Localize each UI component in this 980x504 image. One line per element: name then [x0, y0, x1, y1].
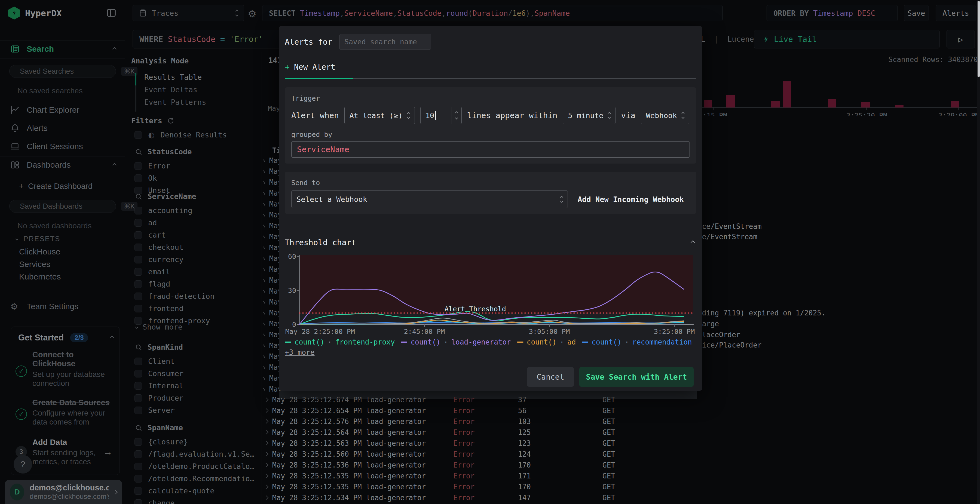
legend-item[interactable]: count()·recommendation [582, 338, 692, 346]
select-chevrons-icon [407, 112, 410, 118]
text-caret [435, 111, 436, 120]
threshold-chart-title: Threshold chart [285, 238, 356, 247]
legend-item[interactable]: count()·load-generator [401, 338, 511, 346]
grouped-by-input[interactable]: ServiceName [291, 141, 690, 157]
svg-text:2:45:00 PM: 2:45:00 PM [404, 328, 445, 335]
svg-text:May 28 2:25:00 PM: May 28 2:25:00 PM [285, 328, 355, 335]
legend-more-link[interactable]: +3 more [285, 348, 315, 356]
new-alert-tab[interactable]: + New Alert [285, 62, 336, 78]
lines-label: lines appear within [467, 111, 557, 120]
scrollbar-thumb[interactable] [978, 1, 980, 77]
trigger-section: Trigger Alert when At least (≥) 10 lines… [285, 87, 696, 164]
select-chevrons-icon [682, 112, 684, 118]
select-chevrons-icon [560, 196, 563, 202]
saved-search-name-input[interactable] [339, 34, 431, 50]
send-to-label: Send to [291, 179, 690, 187]
svg-text:30: 30 [288, 286, 296, 294]
legend-item[interactable]: count()·ad [517, 338, 576, 346]
alert-dialog: Alerts for + New Alert Trigger Alert whe… [279, 26, 702, 391]
time-window-select[interactable]: 5 minute [563, 107, 616, 124]
svg-text:0: 0 [292, 321, 296, 329]
webhook-select[interactable]: Select a Webhook [291, 191, 568, 208]
tab-underline [285, 78, 696, 79]
condition-select[interactable]: At least (≥) [344, 107, 415, 124]
svg-text:3:05:00 PM: 3:05:00 PM [529, 328, 570, 335]
svg-text:Alert Threshold: Alert Threshold [445, 305, 506, 313]
legend-item[interactable]: count()·frontend-proxy [285, 338, 395, 346]
cancel-button[interactable]: Cancel [527, 367, 574, 387]
save-search-with-alert-button[interactable]: Save Search with Alert [579, 367, 694, 387]
grouped-by-label: grouped by [291, 130, 690, 138]
channel-select[interactable]: Webhook [641, 107, 689, 124]
threshold-chart: 03060May 28 2:25:00 PM2:45:00 PM3:05:00 … [285, 251, 696, 336]
trigger-label: Trigger [291, 94, 690, 102]
number-spinner[interactable] [452, 107, 461, 124]
dialog-title: Alerts for [285, 37, 332, 46]
svg-text:60: 60 [288, 253, 296, 261]
alert-when-label: Alert when [291, 111, 339, 120]
via-label: via [621, 111, 635, 120]
threshold-input[interactable]: 10 [420, 107, 462, 124]
collapse-chevron-icon[interactable] [690, 240, 695, 245]
hyperdx-app: HyperDX Traces ⚙ SELECT Timestamp , Serv… [0, 0, 980, 504]
add-webhook-button[interactable]: Add New Incoming Webhook [578, 195, 684, 204]
svg-text:3:25:00 PM: 3:25:00 PM [654, 328, 695, 335]
chart-legend: count()·frontend-proxycount()·load-gener… [285, 338, 696, 356]
plus-icon: + [285, 62, 290, 72]
send-to-section: Send to Select a Webhook Add New Incomin… [285, 172, 696, 214]
select-chevrons-icon [608, 112, 610, 118]
